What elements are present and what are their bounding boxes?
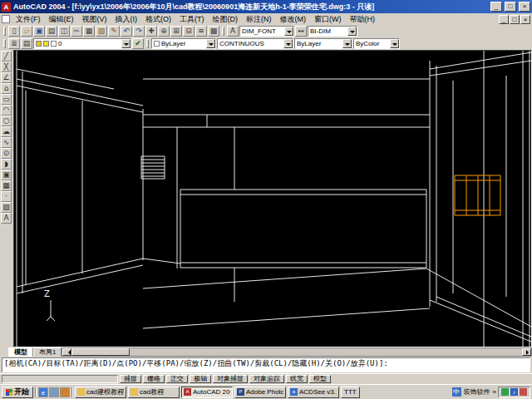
zoom-realtime-icon[interactable]: ⊕ [158,26,170,37]
copy-icon[interactable]: ▦ [83,26,95,37]
spline-icon[interactable]: ∿ [1,137,12,148]
doc-restore-button[interactable]: □ [510,15,520,24]
status-toggle[interactable]: 对象捕捉 [213,375,248,383]
polyline-icon[interactable]: ∠ [1,72,12,83]
point-icon[interactable]: · [1,191,12,202]
revision-cloud-icon[interactable]: ☁ [1,126,12,137]
circle-icon[interactable]: ○ [1,116,12,126]
scrollbar-thumb[interactable] [71,348,130,356]
toolbar-grip[interactable] [3,27,6,36]
status-toggle[interactable]: 极轴 [190,375,211,383]
dropdown-arrow-icon[interactable] [206,39,215,48]
language-bar-button[interactable]: TTT [341,387,360,398]
menu-item[interactable]: 帮助(H) [346,13,380,26]
menu-item[interactable]: 修改(M) [276,13,311,26]
lineweight-combo[interactable]: ByLayer [294,38,352,49]
show-desktop-icon[interactable] [49,387,59,397]
make-block-icon[interactable]: ▦ [1,180,12,191]
color-combo[interactable]: ByLayer [151,38,216,49]
horizontal-scrollbar[interactable] [62,347,532,357]
status-toggle[interactable]: 对象追踪 [249,375,284,383]
rectangle-icon[interactable]: ▭ [1,94,12,105]
media-player-icon[interactable] [60,387,70,397]
layer-properties-icon[interactable]: ≣ [8,38,20,49]
toolbar-grip[interactable] [146,39,149,48]
network-tray-icon[interactable] [520,388,527,396]
menu-item[interactable]: 标注(N) [242,13,276,26]
menu-item[interactable]: 视图(V) [78,13,111,26]
status-toggle[interactable]: 捕捉 [120,375,141,383]
status-toggle[interactable]: 栅格 [143,375,165,383]
chevron-icon[interactable]: » [493,388,496,396]
scroll-left-icon[interactable] [62,348,71,356]
ime-indicator[interactable]: 中 [452,387,461,397]
paste-icon[interactable]: ▧ [96,26,107,37]
zoom-window-icon[interactable]: ⊞ [170,26,182,37]
start-button[interactable]: 开始 [2,387,33,398]
match-properties-icon[interactable]: ✎ [108,26,120,37]
dropdown-arrow-icon[interactable] [283,39,293,48]
menu-item[interactable]: 格式(O) [141,13,175,26]
menu-item[interactable]: 文件(F) [12,13,45,26]
plot-icon[interactable]: ▤ [46,26,57,37]
ellipse-icon[interactable]: ⊙ [1,148,12,159]
toolbar-grip[interactable] [3,39,6,48]
antivirus-tray-icon[interactable] [501,388,509,396]
taskbar-task[interactable]: PAdobe Photo... [234,387,286,398]
ellipse-arc-icon[interactable]: ◗ [1,159,12,170]
arc-icon[interactable]: ◠ [1,105,12,116]
plotstyle-combo[interactable]: ByColor [353,38,400,49]
qnew-icon[interactable]: ▯ [8,26,20,37]
layer-combo[interactable]: 0 [33,38,131,49]
text-style-combo[interactable]: DIM_FONT [239,26,294,37]
taskbar-task[interactable]: cad教程 [128,387,180,398]
dropdown-arrow-icon[interactable] [284,27,293,36]
designcenter-icon[interactable]: ▩ [208,26,219,37]
dropdown-arrow-icon[interactable] [342,39,352,48]
make-object-layer-current-icon[interactable]: ✔ [132,38,144,49]
dim-style-icon[interactable]: ↔ [295,26,307,37]
close-button[interactable]: × [519,2,530,12]
pan-icon[interactable]: ✚ [145,26,157,37]
volume-tray-icon[interactable]: ♪ [510,388,518,396]
taskbar-task[interactable]: cad建模教程 [75,387,126,398]
undo-icon[interactable]: ↶ [121,26,132,37]
zoom-previous-icon[interactable]: ⊟ [183,26,195,37]
cut-icon[interactable]: ✂ [71,26,82,37]
doc-close-button[interactable]: × [520,15,530,24]
drawing-canvas[interactable]: Z [13,50,532,347]
text-style-icon[interactable]: A [227,26,239,37]
taskbar-task[interactable]: aACDSee v3.1... [288,387,339,398]
construction-line-icon[interactable]: ╳ [1,62,12,72]
toolbar-grip[interactable] [222,27,224,36]
status-toggle[interactable]: 正交 [166,375,188,383]
layer-states-icon[interactable]: ▤ [21,38,32,49]
open-icon[interactable]: ▱ [21,26,32,37]
command-line[interactable]: [相机(CA)/目标(TA)/距离(D)/点(PO)/平移(PA)/缩放(Z)/… [2,357,530,372]
menu-item[interactable]: 工具(T) [175,13,209,26]
polygon-icon[interactable]: ⌂ [1,83,12,94]
plot-preview-icon[interactable]: ◫ [58,26,70,37]
properties-icon[interactable]: ≡ [195,26,207,37]
menu-item[interactable]: 编辑(E) [45,13,78,26]
dropdown-arrow-icon[interactable] [347,27,357,36]
tab-model[interactable]: 模型 [8,347,33,357]
save-icon[interactable]: ▣ [33,26,45,37]
status-toggle[interactable]: 线宽 [286,375,308,383]
mtext-icon[interactable]: A [1,213,12,224]
dropdown-arrow-icon[interactable] [390,39,399,48]
highlighted-object[interactable] [455,175,500,215]
status-toggle[interactable]: 模型 [309,375,331,383]
insert-block-icon[interactable]: ▣ [1,170,12,180]
scroll-right-icon[interactable] [522,348,531,356]
dropdown-arrow-icon[interactable] [121,39,131,48]
hatch-icon[interactable]: ▨ [1,202,12,213]
linetype-combo[interactable]: CONTINUOUS [217,38,293,49]
line-icon[interactable]: ╱ [1,51,12,62]
menu-item[interactable]: 插入(I) [111,13,142,26]
tab-layout1[interactable]: 布局1 [33,347,62,357]
menu-item[interactable]: 绘图(D) [209,13,243,26]
internet-explorer-icon[interactable]: e [38,387,48,397]
dim-style-combo[interactable]: BI-DIM [308,26,357,37]
taskbar-task[interactable]: AAutoCAD 200... [181,387,233,398]
